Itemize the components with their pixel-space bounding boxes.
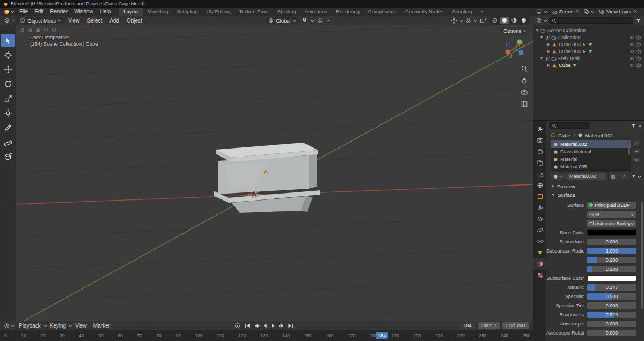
editor-type-button[interactable]	[2, 323, 16, 329]
expand-icon[interactable]	[540, 36, 543, 39]
play-button[interactable]	[270, 323, 277, 329]
jump-to-end-button[interactable]	[287, 323, 294, 329]
mini-object-icon[interactable]	[52, 27, 56, 32]
properties-tab-texture[interactable]	[533, 270, 546, 281]
start-frame-field[interactable]: Start 1	[478, 322, 500, 329]
mini-layers-icon[interactable]	[27, 27, 32, 32]
slot-specials-button[interactable]	[633, 156, 640, 163]
playhead-badge[interactable]: 184	[376, 332, 388, 339]
zoom-icon[interactable]	[521, 65, 528, 72]
metallic-slider[interactable]: 0.147	[587, 284, 636, 291]
properties-tab-modifiers[interactable]	[533, 202, 546, 213]
hide-eye-icon[interactable]	[629, 49, 634, 54]
base-color-swatch[interactable]	[587, 229, 636, 236]
view-layer-selector[interactable]: View Layer ×	[596, 8, 640, 15]
filter-funnel-icon[interactable]	[631, 123, 636, 129]
subsurface-method-dropdown[interactable]: Christensen-Burley	[587, 220, 636, 227]
properties-tab-constraints[interactable]	[533, 236, 546, 247]
mini-grid-icon[interactable]	[35, 27, 40, 32]
workspace-tab-shading[interactable]: Shading	[273, 8, 301, 16]
workspace-tab-sculpting[interactable]: Sculpting	[172, 8, 202, 16]
subsurface-radius-x-field[interactable]: 1.000	[587, 248, 636, 254]
tool-move[interactable]	[1, 63, 15, 76]
specular-tint-slider[interactable]: 0.000	[587, 302, 636, 309]
subsurface-radius-z-field[interactable]: 0.100	[587, 266, 636, 272]
mini-monitor-icon[interactable]	[43, 27, 48, 32]
transform-orientation-selector[interactable]: Global	[266, 17, 298, 24]
workspace-tab-compositing[interactable]: Compositing	[364, 8, 401, 16]
menu-window[interactable]: Window	[71, 9, 97, 14]
mode-selector[interactable]: Object Mode	[17, 17, 64, 24]
distribution-dropdown[interactable]: GGX	[587, 211, 636, 218]
menu-view[interactable]: View	[72, 323, 90, 329]
viewport-3d[interactable]: Options User Perspective (184) Scene Col…	[0, 25, 533, 321]
workspace-tab-modeling[interactable]: Modeling	[143, 8, 173, 16]
disable-render-icon[interactable]	[636, 49, 641, 54]
next-keyframe-button[interactable]	[279, 323, 286, 329]
menu-object[interactable]: Object	[123, 18, 145, 24]
outliner-row-cube-003[interactable]: Cube.003	[533, 41, 644, 48]
tool-rotate[interactable]	[1, 77, 15, 91]
material-slot-item[interactable]: Material	[551, 155, 631, 163]
menu-render[interactable]: Render	[47, 9, 71, 14]
tool-cursor[interactable]	[1, 48, 15, 62]
disable-render-icon[interactable]	[636, 56, 641, 61]
close-icon[interactable]: ×	[575, 9, 579, 14]
collection-checkbox[interactable]	[545, 35, 550, 40]
xray-toggle[interactable]	[479, 17, 487, 24]
expand-icon[interactable]	[536, 29, 539, 32]
close-icon[interactable]: ×	[634, 9, 637, 14]
properties-tab-view-layer[interactable]	[533, 157, 546, 168]
specular-slider[interactable]: 0.500	[587, 293, 636, 300]
tool-annotate[interactable]	[1, 121, 15, 134]
add-workspace-button[interactable]: +	[476, 8, 488, 16]
screen-icon[interactable]	[536, 9, 542, 14]
workspace-tab-animation[interactable]: Animation	[301, 8, 332, 16]
options-dropdown[interactable]: Options	[500, 27, 530, 35]
menu-edit[interactable]: Edit	[31, 9, 47, 14]
anisotropic-rotation-slider[interactable]: 0.000	[587, 330, 636, 336]
properties-search-input[interactable]	[549, 122, 590, 129]
outliner-search-input[interactable]	[549, 17, 633, 24]
menu-add[interactable]: Add	[106, 18, 122, 24]
tool-measure[interactable]	[1, 135, 15, 149]
blender-logo-icon[interactable]	[3, 8, 10, 15]
menu-keying[interactable]: Keying	[47, 323, 70, 329]
tool-select-box[interactable]	[1, 34, 15, 47]
outliner-editor-icon[interactable]	[536, 18, 542, 24]
properties-tab-tool[interactable]	[533, 123, 546, 135]
view-layer-icon[interactable]	[583, 9, 589, 14]
tool-add-cube[interactable]	[1, 150, 15, 163]
properties-tab-material[interactable]	[533, 258, 546, 270]
workspace-tab-rendering[interactable]: Rendering	[332, 8, 364, 16]
unlink-material-button[interactable]: ×	[620, 173, 628, 180]
outliner-row-fish-tank[interactable]: Fish Tank	[533, 55, 644, 62]
jump-to-start-button[interactable]	[244, 323, 251, 329]
expand-icon[interactable]	[540, 57, 543, 60]
material-name-field[interactable]: Material.002	[567, 173, 606, 180]
filter-funnel-icon[interactable]	[631, 174, 636, 179]
subsurface-slider[interactable]: 0.000	[587, 239, 636, 245]
expand-icon[interactable]	[547, 43, 550, 46]
show-overlays-toggle[interactable]	[464, 17, 473, 24]
slot-list-scrollbar[interactable]	[628, 142, 630, 155]
workspace-tab-layout[interactable]: Layout	[119, 8, 143, 16]
breadcrumb-material[interactable]: Material.002	[585, 132, 613, 138]
disable-render-icon[interactable]	[636, 63, 641, 68]
menu-view[interactable]: View	[65, 18, 83, 24]
shading-rendered-button[interactable]	[519, 17, 528, 24]
outliner-row-cube-004[interactable]: Cube.004	[533, 48, 644, 55]
properties-tab-particles[interactable]	[533, 213, 546, 225]
play-reverse-button[interactable]	[261, 323, 268, 329]
material-slot-item[interactable]: Material.002	[551, 140, 631, 148]
properties-scrollbar[interactable]	[641, 202, 643, 309]
section-preview[interactable]: Preview	[546, 182, 644, 190]
remove-slot-button[interactable]: −	[633, 148, 640, 155]
properties-tab-output[interactable]	[533, 146, 546, 157]
properties-tab-object[interactable]	[533, 191, 546, 202]
current-frame-field[interactable]: 184	[459, 322, 475, 329]
scene-selector[interactable]: Scene ×	[549, 8, 582, 15]
subsurface-color-swatch[interactable]	[587, 275, 636, 281]
section-surface[interactable]: Surface	[546, 190, 644, 199]
end-frame-field[interactable]: End 250	[502, 322, 529, 329]
